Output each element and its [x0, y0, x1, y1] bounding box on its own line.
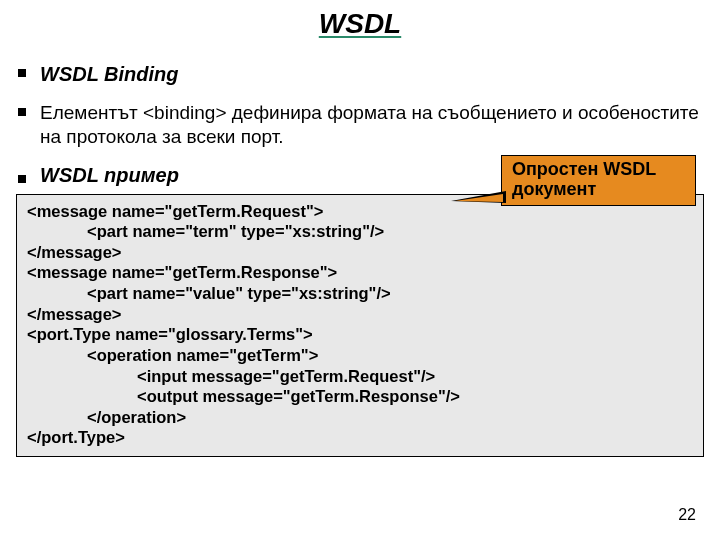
callout-line: Опростен WSDL	[512, 159, 685, 180]
code-line: </message>	[27, 242, 693, 263]
bullet-heading-text: WSDL Binding	[40, 62, 179, 87]
slide-title: WSDL	[18, 8, 702, 40]
slide: WSDL WSDL Binding Елементът <binding> де…	[0, 0, 720, 540]
code-example: <message name="getTerm.Request"><part na…	[16, 194, 704, 458]
code-line: <message name="getTerm.Response">	[27, 262, 693, 283]
bullet-square-icon	[18, 175, 26, 183]
callout-line: документ	[512, 179, 685, 200]
callout-arrow-icon	[451, 191, 506, 203]
code-line: <output message="getTerm.Response"/>	[27, 386, 693, 407]
code-line: <part name="term" type="xs:string"/>	[27, 221, 693, 242]
bullet-square-icon	[18, 69, 26, 77]
code-line: </port.Type>	[27, 427, 693, 448]
code-line: </operation>	[27, 407, 693, 428]
callout-box: Опростен WSDL документ	[501, 155, 696, 206]
code-line: <part name="value" type="xs:string"/>	[27, 283, 693, 304]
bullet-body-text: Елементът <binding> дефинира формата на …	[40, 101, 702, 149]
code-line: <port.Type name="glossary.Terms">	[27, 324, 693, 345]
code-line: <operation name="getTerm">	[27, 345, 693, 366]
callout: Опростен WSDL документ	[501, 155, 696, 206]
bullet-heading-1: WSDL Binding	[18, 62, 702, 87]
code-line: </message>	[27, 304, 693, 325]
bullet-square-icon	[18, 108, 26, 116]
bullet-heading-2: WSDL пример Опростен WSDL документ	[18, 163, 702, 188]
page-number: 22	[678, 506, 696, 524]
bullet-body-1: Елементът <binding> дефинира формата на …	[18, 101, 702, 149]
code-line: <input message="getTerm.Request"/>	[27, 366, 693, 387]
bullet-heading-text: WSDL пример	[40, 163, 179, 188]
